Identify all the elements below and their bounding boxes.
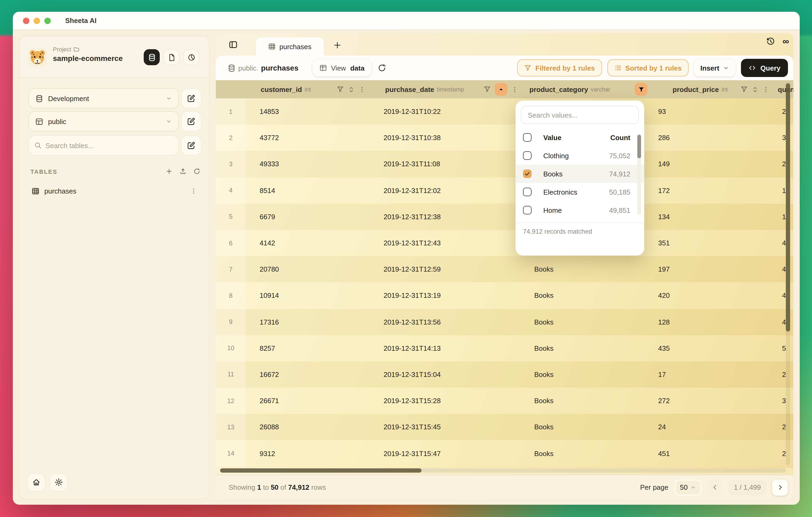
cell-product-category[interactable]: Books [524,388,653,414]
header-purchase-date[interactable]: purchase_date timestamp [371,80,524,99]
unchecked-checkbox[interactable] [523,206,531,214]
sidebar-table-item-purchases[interactable]: purchases [25,182,204,200]
history-icon[interactable] [766,37,775,46]
filter-active-icon[interactable] [635,83,647,96]
cell-quantity[interactable]: 4 [775,309,793,335]
cell-product-price[interactable]: 272 [653,388,775,414]
edit-schema-button[interactable] [181,111,201,132]
cell-product-price[interactable]: 451 [653,440,775,466]
cell-purchase-date[interactable]: 2019-12-31T12:43 [371,230,524,256]
cell-customer-id[interactable]: 49333 [246,151,371,177]
column-menu-icon[interactable] [762,86,769,93]
cell-purchase-date[interactable]: 2019-12-31T15:04 [371,361,524,388]
cell-customer-id[interactable]: 14853 [246,99,371,125]
vertical-scrollbar[interactable] [786,82,790,465]
row-number[interactable]: 6 [216,230,246,256]
cell-customer-id[interactable]: 8257 [246,335,371,361]
cell-purchase-date[interactable]: 2019-12-31T15:28 [371,388,524,414]
row-number[interactable]: 4 [216,177,246,203]
cell-product-category[interactable]: Books [524,440,653,466]
row-number[interactable]: 1 [216,99,246,125]
header-quantity[interactable]: quantity [775,80,793,99]
close-window-button[interactable] [23,17,29,24]
sorted-by-button[interactable]: Sorted by 1 rules [607,59,689,77]
cell-purchase-date[interactable]: 2019-12-31T15:45 [371,414,524,440]
cell-quantity[interactable]: 5 [775,335,793,361]
cell-quantity[interactable]: 4 [775,282,793,309]
cell-customer-id[interactable]: 9312 [246,440,371,466]
cell-customer-id[interactable]: 4142 [246,230,371,256]
filter-column-icon[interactable] [741,85,748,93]
checked-checkbox[interactable] [523,169,531,178]
refresh-tables-icon[interactable] [193,168,200,175]
new-tab-button[interactable] [330,38,344,52]
cell-customer-id[interactable]: 17316 [246,309,371,335]
minimize-window-button[interactable] [34,17,40,24]
cell-purchase-date[interactable]: 2019-12-31T14:13 [371,335,524,361]
cell-purchase-date[interactable]: 2019-12-31T11:08 [371,151,524,177]
cell-product-price[interactable]: 420 [653,282,775,309]
cell-quantity[interactable]: 2 [775,99,793,125]
filter-option-electronics[interactable]: Electronics50,185 [516,183,644,201]
row-number[interactable]: 9 [216,309,246,335]
cell-product-price[interactable]: 134 [653,204,775,230]
filtered-by-button[interactable]: Filtered by 1 rules [517,59,602,77]
infinity-icon[interactable]: ∞ [783,37,789,46]
cell-customer-id[interactable]: 26671 [246,388,371,414]
filter-column-icon[interactable] [337,85,344,93]
filter-column-icon[interactable] [484,85,491,93]
previous-page-button[interactable] [707,479,723,495]
cell-purchase-date[interactable]: 2019-12-31T10:38 [371,125,524,151]
horizontal-scrollbar[interactable] [220,468,786,473]
unchecked-checkbox[interactable] [523,188,531,196]
cell-quantity[interactable]: 2 [775,361,793,388]
filter-option-books[interactable]: Books74,912 [516,165,644,183]
cell-product-price[interactable]: 286 [653,125,775,151]
header-product-price[interactable]: product_price int [653,80,775,99]
cell-quantity[interactable]: 2 [775,151,793,177]
cell-quantity[interactable]: 1 [775,177,793,203]
row-number[interactable]: 8 [216,282,246,309]
cell-product-price[interactable]: 351 [653,230,775,256]
database-view-button[interactable] [144,49,160,65]
cell-customer-id[interactable]: 6679 [246,204,371,230]
cell-purchase-date[interactable]: 2019-12-31T13:56 [371,309,524,335]
zoom-window-button[interactable] [44,17,51,24]
header-product-category[interactable]: product_category varchar [524,80,653,99]
row-number[interactable]: 14 [216,440,246,466]
charts-view-button[interactable] [183,49,199,65]
refresh-data-icon[interactable] [378,64,386,72]
filter-search-input[interactable] [528,111,632,119]
cell-product-category[interactable]: Books [524,309,653,335]
filter-option-home[interactable]: Home49,851 [516,201,644,219]
sort-column-icon[interactable] [752,86,759,93]
row-number[interactable]: 13 [216,414,246,440]
cell-quantity[interactable]: 3 [775,388,793,414]
query-button[interactable]: Query [741,59,788,77]
documents-view-button[interactable] [164,49,179,65]
sidebar-toggle-button[interactable] [226,37,240,52]
sort-column-icon[interactable] [348,86,355,93]
cell-customer-id[interactable]: 10914 [246,282,371,309]
cell-product-category[interactable]: Books [524,282,653,309]
cell-product-price[interactable]: 24 [653,414,775,440]
environment-selector[interactable]: Development [28,88,179,109]
schema-selector[interactable]: public [28,111,179,132]
cell-purchase-date[interactable]: 2019-12-31T15:47 [371,440,524,466]
select-all-checkbox[interactable] [523,133,531,142]
cell-customer-id[interactable]: 26088 [246,414,371,440]
filter-option-clothing[interactable]: Clothing75,052 [516,146,644,165]
row-number[interactable]: 10 [216,335,246,361]
kebab-menu-icon[interactable] [190,187,197,194]
cell-product-price[interactable]: 149 [653,151,775,177]
add-table-icon[interactable] [166,168,173,175]
insert-button[interactable]: Insert [694,59,736,77]
column-menu-icon[interactable] [358,86,366,93]
cell-purchase-date[interactable]: 2019-12-31T12:38 [371,204,524,230]
cell-customer-id[interactable]: 20780 [246,256,371,282]
per-page-select[interactable]: 50 [675,479,701,495]
cell-customer-id[interactable]: 16672 [246,361,371,388]
next-page-button[interactable] [772,479,788,495]
cell-quantity[interactable]: 1 [775,204,793,230]
import-table-icon[interactable] [179,168,186,175]
